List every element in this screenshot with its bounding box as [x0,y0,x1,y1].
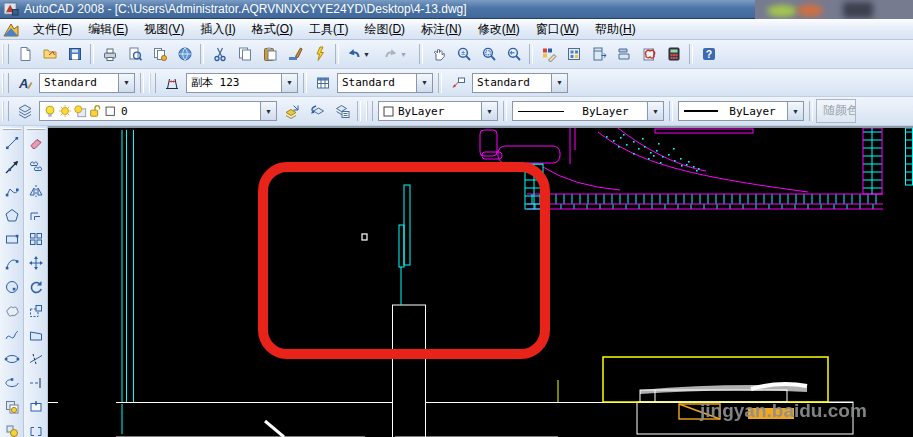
color-swatch-icon[interactable] [103,104,117,118]
plot-icon[interactable] [97,42,122,67]
plot-preview-icon[interactable] [122,42,147,67]
revision-cloud-icon[interactable] [0,299,24,323]
layer-properties-manager-icon[interactable] [12,99,37,124]
dropdown-arrow[interactable]: ▼ [260,102,276,120]
undo-icon[interactable]: ▼ [342,42,379,67]
toolbar-grip[interactable] [2,101,9,121]
pan-icon[interactable] [426,42,451,67]
break-at-point-icon[interactable] [24,395,48,419]
toolbar-grip[interactable] [27,128,45,130]
arc-icon[interactable] [0,251,24,275]
break-icon[interactable] [24,419,48,437]
sun-viewport-icon[interactable] [73,104,87,118]
multileader-style-icon[interactable] [445,70,470,95]
copy-clip-icon[interactable] [232,42,257,67]
toolbar-grip[interactable] [3,128,21,130]
menu-dimension[interactable]: 标注(N) [413,19,470,40]
layer-combo[interactable]: 0 ▼ [39,101,277,121]
stretch-icon[interactable] [24,323,48,347]
menu-tools[interactable]: 工具(T) [301,19,356,40]
dim-style-combo[interactable]: 副本 123 ▼ [186,73,298,93]
open-icon[interactable] [37,42,62,67]
cut-icon[interactable] [207,42,232,67]
menu-format[interactable]: 格式(O) [244,19,301,40]
erase-icon[interactable] [24,131,48,155]
3d-dwf-icon[interactable] [172,42,197,67]
mirror-icon[interactable] [24,179,48,203]
dropdown-arrow[interactable]: ▼ [647,102,663,120]
construction-line-icon[interactable] [0,155,24,179]
toolbar-grip[interactable] [366,101,373,121]
lock-open-icon[interactable] [88,104,102,118]
menu-view[interactable]: 视图(V) [136,19,192,40]
menu-edit[interactable]: 编辑(E) [80,19,136,40]
dropdown-arrow[interactable]: ▼ [281,74,297,92]
menu-window[interactable]: 窗口(W) [528,19,587,40]
ellipse-arc-icon[interactable] [0,371,24,395]
match-properties-icon[interactable] [282,42,307,67]
plot-style-button[interactable]: 随颜色 [816,99,856,123]
help-icon[interactable]: ? [696,42,721,67]
paste-icon[interactable] [257,42,282,67]
table-style-icon[interactable] [310,70,335,95]
color-combo[interactable]: ByLayer ▼ [378,101,498,121]
menu-insert[interactable]: 插入(I) [192,19,243,40]
make-block-icon[interactable] [0,419,24,437]
text-style-icon[interactable]: A [12,70,37,95]
array-icon[interactable] [24,227,48,251]
publish-icon[interactable] [147,42,172,67]
block-editor-icon[interactable] [307,42,332,67]
dropdown-arrow[interactable]: ▼ [118,74,134,92]
toolbar-grip[interactable] [2,73,9,93]
rotate-icon[interactable] [24,275,48,299]
extend-icon[interactable] [24,371,48,395]
ellipse-icon[interactable] [0,347,24,371]
zoom-previous-icon[interactable] [501,42,526,67]
dropdown-arrow[interactable]: ▼ [416,74,432,92]
menu-help[interactable]: 帮助(H) [587,19,644,40]
new-icon[interactable] [12,42,37,67]
dropdown-arrow[interactable]: ▼ [481,102,497,120]
spline-icon[interactable] [0,323,24,347]
toolbar-grip[interactable] [2,44,9,64]
copy-icon[interactable] [24,155,48,179]
sheet-set-manager-icon[interactable] [611,42,636,67]
menu-modify[interactable]: 修改(M) [470,19,528,40]
markup-set-manager-icon[interactable] [636,42,661,67]
line-icon[interactable] [0,131,24,155]
title-bar[interactable]: AutoCAD 2008 - [C:\Users\Administrator.A… [0,0,913,19]
properties-icon[interactable] [536,42,561,67]
layer-previous-icon[interactable] [304,99,329,124]
linetype-combo[interactable]: ByLayer ▼ [512,101,664,121]
make-object-layer-current-icon[interactable] [279,99,304,124]
zoom-window-icon[interactable] [476,42,501,67]
sun-thaw-icon[interactable] [58,104,72,118]
polyline-icon[interactable] [0,179,24,203]
drawing-doc-icon[interactable] [3,22,19,37]
polygon-icon[interactable] [0,203,24,227]
designcenter-icon[interactable] [561,42,586,67]
insert-block-icon[interactable] [0,395,24,419]
scale-icon[interactable] [24,299,48,323]
dropdown-arrow[interactable]: ▼ [787,102,803,120]
layer-states-manager-icon[interactable] [329,99,354,124]
quickcalc-icon[interactable] [661,42,686,67]
rectangle-icon[interactable] [0,227,24,251]
menu-file[interactable]: 文件(F) [25,19,80,40]
dropdown-arrow[interactable]: ▼ [551,74,567,92]
tool-palettes-icon[interactable] [586,42,611,67]
save-icon[interactable] [62,42,87,67]
trim-icon[interactable] [24,347,48,371]
text-style-combo[interactable]: Standard ▼ [39,73,135,93]
zoom-realtime-icon[interactable]: ± [451,42,476,67]
lineweight-combo[interactable]: ByLayer ▼ [678,101,804,121]
offset-icon[interactable] [24,203,48,227]
drawing-canvas[interactable]: jingyan.baidu.com [48,126,913,437]
table-style-combo[interactable]: Standard ▼ [337,73,433,93]
dim-style-icon[interactable] [159,70,184,95]
multileader-style-combo[interactable]: Standard ▼ [472,73,568,93]
toolbar-grip[interactable] [149,73,156,93]
bulb-on-icon[interactable] [43,104,57,118]
redo-icon[interactable]: ▼ [379,42,416,67]
circle-icon[interactable] [0,275,24,299]
